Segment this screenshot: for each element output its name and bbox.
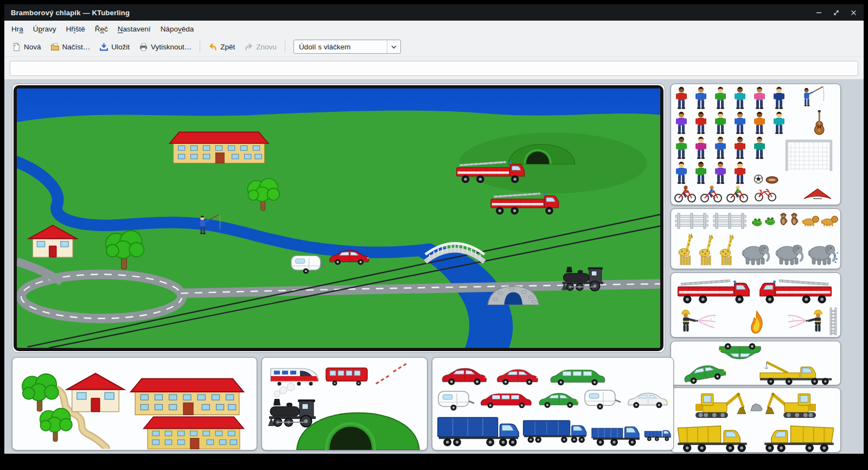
- palette-item-person[interactable]: [752, 111, 767, 134]
- menu-nastaveni[interactable]: Nastavení: [113, 22, 156, 36]
- palette-item-football[interactable]: [765, 176, 778, 184]
- play-canvas[interactable]: [17, 88, 660, 348]
- palette-item-car[interactable]: [494, 367, 540, 386]
- palette-item-limo[interactable]: [478, 390, 533, 410]
- titlebar[interactable]: Bramborový chlapík — KTuberling: [4, 4, 864, 21]
- restore-button[interactable]: [832, 9, 840, 16]
- palette-item-dumptruck[interactable]: [673, 422, 752, 452]
- close-button[interactable]: [850, 9, 857, 16]
- palette-item-giraffe[interactable]: [696, 234, 713, 266]
- palette-item-cyclist[interactable]: [673, 185, 697, 202]
- palette-item-truck[interactable]: [644, 422, 672, 446]
- menu-hriste[interactable]: Hřiště: [61, 22, 90, 36]
- palette-item-fisher[interactable]: [799, 85, 829, 110]
- palette-item-caravan[interactable]: [582, 388, 622, 410]
- palette-item-person[interactable]: [674, 136, 688, 159]
- palette-item-towtruck[interactable]: [757, 359, 838, 385]
- palette-item-semitruck[interactable]: [437, 414, 520, 448]
- menu-upravy[interactable]: Úpravy: [28, 22, 61, 36]
- menu-rec[interactable]: Řeč: [90, 22, 113, 36]
- palette-item-car[interactable]: [624, 391, 670, 409]
- palette-item-tunnel[interactable]: [291, 409, 425, 450]
- palette-item-ladder[interactable]: [828, 307, 838, 336]
- palette-item-person[interactable]: [674, 111, 688, 134]
- palette-item-person[interactable]: [733, 111, 747, 134]
- palette-item-person[interactable]: [674, 161, 688, 184]
- palette-item-car[interactable]: [705, 342, 776, 361]
- palette-item-flame[interactable]: [749, 310, 764, 335]
- palette-item-person[interactable]: [772, 111, 786, 134]
- palette-item-limo[interactable]: [547, 367, 607, 386]
- menu-hra[interactable]: Hra: [7, 22, 28, 36]
- palette-item-person[interactable]: [772, 86, 786, 109]
- palette-item-elephant[interactable]: [739, 240, 771, 265]
- palette-item-house[interactable]: [65, 369, 126, 414]
- app-window: Bramborový chlapík — KTuberling HraÚprav…: [4, 4, 864, 454]
- palette-item-firetruck[interactable]: [757, 277, 836, 304]
- palette-item-fence[interactable]: [712, 212, 747, 230]
- print-button[interactable]: Vytisknout…: [135, 39, 196, 55]
- palette-item-frog[interactable]: [764, 217, 776, 225]
- palette-item-guitar[interactable]: [813, 110, 825, 136]
- palette-item-person[interactable]: [694, 86, 708, 109]
- palette-item-bike[interactable]: [754, 187, 777, 201]
- palette-item-person[interactable]: [674, 86, 688, 109]
- palette-item-person[interactable]: [752, 136, 767, 159]
- palette-item-car[interactable]: [671, 359, 737, 388]
- palette-item-person[interactable]: [713, 86, 727, 109]
- palette-item-soccer[interactable]: [754, 174, 763, 184]
- playground-combobox[interactable]: Údolí s vláčkem: [293, 40, 401, 54]
- palette-item-dumptruck[interactable]: [759, 422, 838, 452]
- redo-button[interactable]: Znovu: [240, 39, 281, 55]
- palette-item-monkey[interactable]: [789, 212, 799, 226]
- palette-item-person[interactable]: [713, 161, 727, 184]
- palette-item-building[interactable]: [130, 374, 245, 416]
- palette-item-building[interactable]: [136, 413, 251, 450]
- main-area: [4, 79, 864, 454]
- palette-item-fireman[interactable]: [678, 309, 718, 335]
- palette-item-car[interactable]: [438, 366, 490, 386]
- palette-item-goal[interactable]: [782, 135, 836, 173]
- palette-item-person[interactable]: [713, 136, 727, 159]
- palette-item-elephant[interactable]: [773, 240, 805, 265]
- palette-item-lion[interactable]: [801, 214, 820, 226]
- palette-item-truck[interactable]: [591, 418, 642, 447]
- palette-item-excavator[interactable]: [763, 389, 839, 420]
- new-button[interactable]: Nová: [8, 39, 46, 55]
- palette-item-wagon[interactable]: [324, 365, 369, 386]
- scene-building[interactable]: [170, 132, 269, 163]
- palette-item-trackdash[interactable]: [374, 360, 410, 386]
- palette-item-person[interactable]: [713, 111, 727, 134]
- minimize-button[interactable]: [815, 9, 822, 16]
- palette-item-semitruck[interactable]: [522, 415, 588, 447]
- palette-item-frog[interactable]: [751, 218, 763, 226]
- palette-item-lion[interactable]: [820, 214, 839, 226]
- palette-item-glider[interactable]: [802, 187, 833, 201]
- palette-item-person[interactable]: [694, 161, 708, 184]
- load-button[interactable]: Načíst…: [46, 39, 95, 55]
- undo-button[interactable]: Zpět: [204, 39, 239, 55]
- palette-item-fireman[interactable]: [786, 309, 826, 335]
- palette-item-giraffe[interactable]: [675, 233, 693, 266]
- palette-item-person[interactable]: [694, 136, 708, 159]
- palette-item-fence[interactable]: [674, 212, 709, 230]
- palette-item-person[interactable]: [733, 136, 747, 159]
- palette-item-monkey[interactable]: [778, 212, 788, 226]
- palette-buildings: [12, 357, 257, 450]
- palette-item-firetruck[interactable]: [673, 277, 752, 304]
- palette-item-cyclist[interactable]: [725, 185, 749, 202]
- palette-item-excavator[interactable]: [672, 389, 748, 420]
- save-button[interactable]: Uložit: [95, 39, 134, 55]
- palette-item-car[interactable]: [537, 391, 580, 409]
- toolbar: NováNačíst…UložitVytisknout…ZpětZnovu Úd…: [4, 37, 864, 57]
- palette-item-rock[interactable]: [749, 402, 763, 412]
- palette-item-person[interactable]: [694, 111, 708, 134]
- palette-item-elephant-spray[interactable]: [806, 240, 838, 265]
- palette-item-giraffe[interactable]: [717, 234, 734, 266]
- palette-item-cyclist[interactable]: [699, 185, 723, 202]
- palette-item-caravan[interactable]: [436, 389, 476, 411]
- menu-napoveda[interactable]: Nápověda: [156, 22, 199, 36]
- palette-item-person[interactable]: [733, 86, 747, 109]
- palette-item-person[interactable]: [752, 86, 767, 109]
- palette-item-person[interactable]: [733, 161, 747, 184]
